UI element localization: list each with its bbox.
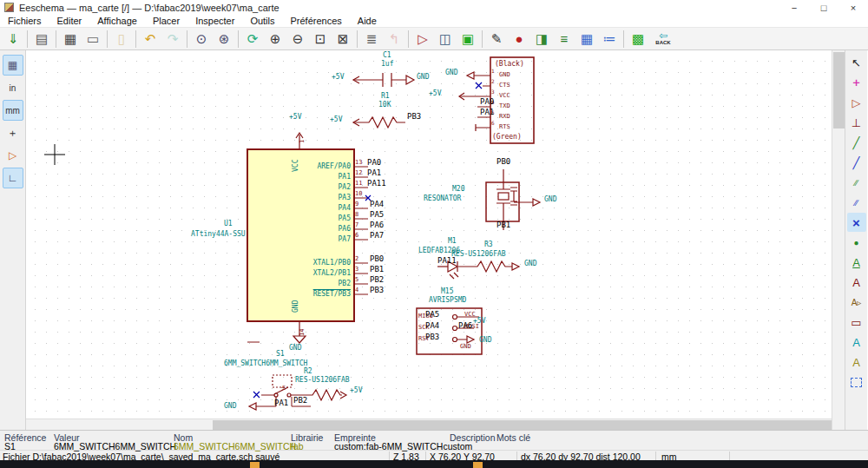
power-label[interactable]: +5V [289,114,301,121]
component-value[interactable]: AVRISPSMD [429,297,466,304]
hierarchy-navigator-icon[interactable]: ≣ [361,30,382,49]
symbol-browser-icon[interactable]: ◫ [435,30,456,49]
assign-footprints-icon[interactable]: ◨ [531,30,552,49]
vertical-scrollbar-thumb[interactable] [833,52,845,129]
menu-affichage[interactable]: Affichage [89,16,145,26]
power-label[interactable]: GND [289,345,301,352]
net-label[interactable]: PA6 [370,221,384,229]
hierarchical-sheet-icon[interactable]: ▭ [847,313,866,332]
global-label-icon[interactable]: A [847,273,866,292]
component-ref[interactable]: S1 [276,351,285,358]
net-label[interactable]: PA4 [425,322,439,330]
power-label[interactable]: +5V [350,387,362,394]
save-icon[interactable]: ⇓ [3,30,23,49]
power-label[interactable]: GND [524,260,536,267]
power-label[interactable]: GND [544,196,556,203]
horizontal-scrollbar[interactable] [26,419,832,430]
component-value[interactable]: 10K [378,102,391,109]
undo-icon[interactable]: ↶ [140,30,161,49]
menu-inspecter[interactable]: Inspecter [187,16,242,26]
net-label[interactable]: PA4 [370,201,384,208]
orthogonal-wires-icon[interactable]: ∟ [3,168,23,188]
generate-netlist-icon[interactable]: ≡ [554,30,575,49]
symbol-editor-icon[interactable]: ▷ [412,30,433,49]
menu-outils[interactable]: Outils [242,16,282,26]
net-label[interactable]: PA5 [370,211,384,219]
component-value[interactable]: 6MM_SWITCH6MM_SWITCH [224,360,307,367]
import-sheet-pin-icon[interactable]: A [847,333,866,352]
pcbnew-icon[interactable]: ▩ [628,30,648,49]
schematic-canvas[interactable]: +5V U1 ATtiny44A-SSU VCC GND 1 14 GND AR… [26,50,832,430]
hierarchical-label-icon[interactable]: A▹ [847,293,866,312]
net-label[interactable]: PA1 [274,399,288,407]
show-hidden-pins-icon[interactable]: ▷ [3,145,23,166]
units-inches-icon[interactable]: in [3,77,23,98]
power-label[interactable]: +5V [429,90,441,97]
net-label[interactable]: PA6 [458,322,472,330]
close-button[interactable]: × [838,0,868,15]
power-label[interactable]: GND [479,337,491,344]
zoom-fit-icon[interactable]: ⊡ [310,30,331,49]
power-label[interactable]: GND [224,403,236,410]
zoom-in-icon[interactable]: ⊕ [265,30,286,49]
menu-fichiers[interactable]: Fichiers [0,16,49,26]
net-label-icon[interactable]: A [847,253,866,272]
find-icon[interactable]: ⊙ [191,30,212,49]
power-label[interactable]: GND [417,74,429,81]
component-ref[interactable]: R3 [484,241,493,248]
net-label[interactable]: PA5 [425,311,439,319]
place-text-icon[interactable]: A [847,353,866,372]
power-label[interactable]: +5V [330,116,342,123]
zoom-selection-icon[interactable]: ⊠ [332,30,353,49]
net-label[interactable]: PB3 [370,287,384,294]
wire-to-bus-entry-icon[interactable]: ∕∕ [847,173,866,192]
menu-preferences[interactable]: Préférences [283,16,350,26]
net-label[interactable]: PB3 [407,113,421,121]
paste-icon[interactable]: ▯ [111,30,132,49]
no-connect-flag-icon[interactable]: × [847,213,866,232]
vertical-scrollbar[interactable] [832,50,845,430]
page-settings-icon[interactable]: ▤ [31,30,52,49]
annotate-icon[interactable]: ✎ [486,30,507,49]
zoom-out-icon[interactable]: ⊖ [287,30,308,49]
component-ref[interactable]: M20 [452,186,464,193]
units-mm-icon[interactable]: mm [3,100,23,121]
net-label[interactable]: PB3 [425,333,439,341]
cursor-shape-icon[interactable]: ＋ [3,122,23,143]
back-icon[interactable]: ⇦ BACK [649,29,677,49]
plot-icon[interactable]: ▭ [82,30,103,49]
place-symbol-icon[interactable]: ▷ [847,93,866,112]
component-value[interactable]: RES-US1206FAB [295,377,350,384]
net-label[interactable]: PA0 [480,98,494,106]
menu-editer[interactable]: Editer [49,16,90,26]
net-label[interactable]: PA0 [367,159,381,167]
net-label[interactable]: PB0 [370,255,384,263]
menu-placer[interactable]: Placer [145,16,187,26]
net-label[interactable]: PB0 [496,158,510,166]
horizontal-scrollbar-thumb[interactable] [213,420,832,430]
component-ref[interactable]: R1 [381,93,390,100]
net-label[interactable]: PB2 [293,397,307,405]
redo-icon[interactable]: ↷ [162,30,183,49]
no-connect-cts[interactable] [476,82,482,89]
net-label[interactable]: PB1 [496,221,510,229]
symbol-fields-table-icon[interactable]: ▦ [576,30,597,49]
net-label[interactable]: PB1 [370,266,384,274]
component-value[interactable]: 1uf [381,61,393,68]
power-label[interactable]: +5V [332,74,344,81]
connector-top-label[interactable]: (Black) [495,61,524,68]
component-ref[interactable]: R2 [304,368,312,375]
net-label[interactable]: PB2 [370,276,384,284]
net-label[interactable]: PA11 [367,180,386,188]
ftdi-connector-symbol[interactable] [459,57,534,143]
bom-icon[interactable]: ≔ [599,30,620,49]
select-tool-icon[interactable]: ↖ [847,53,866,72]
footprint-editor-icon[interactable]: ▣ [457,30,478,49]
component-ref[interactable]: M1 [448,238,457,245]
erc-icon[interactable]: ● [509,30,529,49]
place-power-port-icon[interactable]: ⊥ [847,113,866,132]
place-wire-icon[interactable]: ╱ [847,133,866,152]
restore-button[interactable]: □ [809,0,838,15]
net-label[interactable]: PA11 [437,257,457,265]
power-label[interactable]: GND [445,69,457,76]
